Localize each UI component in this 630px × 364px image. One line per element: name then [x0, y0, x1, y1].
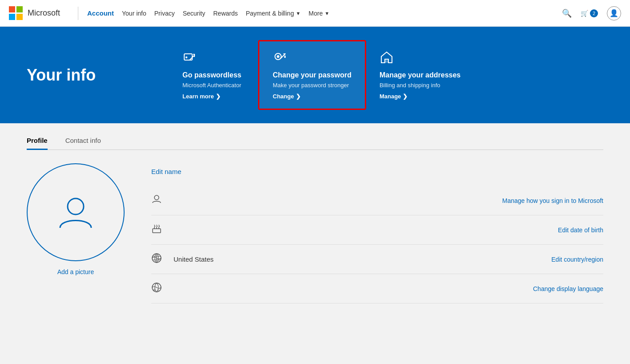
nav-privacy[interactable]: Privacy	[154, 10, 175, 17]
profile-row-country: United States Edit country/region	[151, 245, 603, 274]
brand-name: Microsoft	[28, 8, 60, 18]
avatar-person-icon	[56, 192, 96, 232]
payment-billing-chevron-icon: ▼	[296, 11, 301, 16]
change-language-link[interactable]: Change display language	[533, 285, 603, 292]
user-avatar-button[interactable]: 👤	[607, 6, 621, 20]
nav-payment-billing[interactable]: Payment & billing ▼	[246, 10, 301, 17]
page-title: Your info	[27, 66, 169, 85]
account-row-icon	[151, 194, 174, 207]
edit-name-link[interactable]: Edit name	[151, 168, 603, 175]
hero-banner: Your info Go passwordless Microsoft Auth…	[0, 27, 630, 123]
more-label: More	[309, 10, 323, 17]
more-chevron-icon: ▼	[324, 11, 329, 16]
svg-rect-4	[194, 56, 195, 57]
profile-section: Add a picture Edit name Manage how you s…	[27, 163, 603, 303]
tabs-container: Profile Contact info	[27, 137, 603, 150]
cart-button[interactable]: 🛒 2	[581, 9, 598, 17]
nav-your-info[interactable]: Your info	[122, 10, 146, 17]
profile-row-account: Manage how you sign in to Microsoft	[151, 186, 603, 215]
avatar-icon: 👤	[610, 9, 618, 17]
main-content: Profile Contact info Add a picture Edit …	[0, 123, 630, 317]
cart-badge: 2	[590, 9, 598, 17]
navigation: Microsoft Account Your info Privacy Secu…	[0, 0, 630, 27]
svg-rect-13	[153, 229, 161, 233]
manage-addresses-icon	[380, 50, 460, 68]
country-row-icon	[151, 253, 174, 266]
change-password-icon	[273, 50, 351, 68]
learn-more-chevron-icon: ❯	[216, 93, 221, 100]
add-picture-link[interactable]: Add a picture	[57, 268, 94, 275]
passwordless-desc: Microsoft Authenticator	[182, 82, 245, 89]
svg-text:A: A	[153, 288, 155, 291]
manage-addresses-link[interactable]: Manage ❯	[380, 93, 460, 100]
country-row-value: United States	[174, 255, 551, 263]
nav-divider	[78, 7, 78, 20]
logo-area: Microsoft	[9, 6, 60, 20]
profile-row-birthday: Edit date of birth	[151, 215, 603, 245]
tab-contact-info[interactable]: Contact info	[65, 137, 101, 150]
nav-account-link[interactable]: Account	[87, 9, 114, 17]
svg-point-6	[277, 55, 279, 58]
change-chevron-icon: ❯	[296, 93, 301, 100]
passwordless-icon	[182, 50, 245, 68]
microsoft-logo	[9, 6, 23, 20]
profile-row-language: A 文 Change display language	[151, 274, 603, 303]
svg-rect-10	[385, 60, 388, 63]
hero-card-manage-addresses[interactable]: Manage your addresses Billing and shippi…	[366, 41, 474, 109]
change-password-title: Change your password	[273, 71, 351, 79]
logo-blue	[9, 14, 15, 20]
edit-country-link[interactable]: Edit country/region	[551, 256, 603, 263]
svg-text:文: 文	[157, 289, 159, 291]
hero-card-passwordless[interactable]: Go passwordless Microsoft Authenticator …	[169, 41, 258, 109]
logo-green	[16, 6, 23, 12]
profile-rows: Edit name Manage how you sign in to Micr…	[151, 163, 603, 303]
nav-rewards[interactable]: Rewards	[213, 10, 238, 17]
change-password-link[interactable]: Change ❯	[273, 93, 351, 100]
cart-icon: 🛒	[581, 10, 588, 17]
svg-rect-3	[193, 54, 195, 55]
svg-rect-1	[186, 57, 187, 58]
logo-yellow	[16, 14, 23, 20]
avatar-circle	[27, 163, 125, 261]
manage-addresses-desc: Billing and shipping info	[380, 82, 460, 89]
edit-birthday-link[interactable]: Edit date of birth	[558, 226, 603, 234]
svg-point-11	[68, 198, 84, 214]
avatar-area: Add a picture	[27, 163, 125, 275]
nav-more[interactable]: More ▼	[309, 10, 330, 17]
hero-card-change-password[interactable]: Change your password Make your password …	[258, 40, 366, 110]
svg-rect-8	[283, 53, 286, 54]
passwordless-title: Go passwordless	[182, 71, 245, 79]
svg-point-12	[154, 195, 159, 200]
tab-profile[interactable]: Profile	[27, 137, 48, 150]
passwordless-learn-more-link[interactable]: Learn more ❯	[182, 93, 245, 100]
nav-right: 🔍 🛒 2 👤	[562, 6, 621, 20]
nav-security[interactable]: Security	[183, 10, 206, 17]
manage-signin-link[interactable]: Manage how you sign in to Microsoft	[502, 197, 603, 204]
birthday-row-icon	[151, 223, 174, 236]
manage-addresses-title: Manage your addresses	[380, 71, 460, 79]
manage-chevron-icon: ❯	[403, 93, 408, 100]
svg-rect-9	[284, 56, 286, 58]
change-password-desc: Make your password stronger	[273, 82, 351, 89]
language-row-icon: A 文	[151, 282, 174, 295]
payment-billing-label: Payment & billing	[246, 10, 294, 17]
search-icon[interactable]: 🔍	[562, 8, 572, 18]
logo-red	[9, 6, 15, 12]
